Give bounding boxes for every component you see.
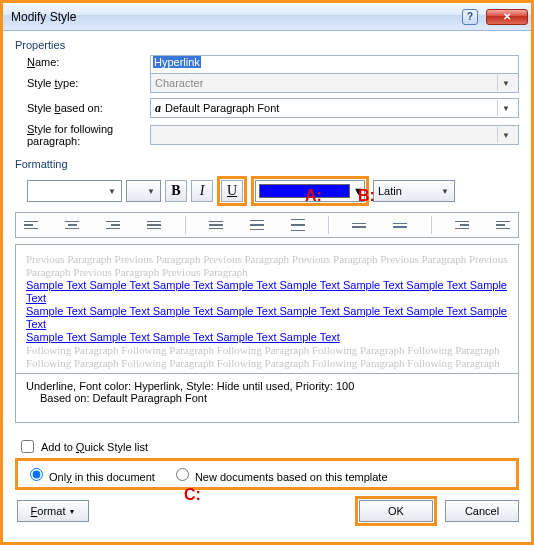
annotation-b: B: <box>358 187 375 205</box>
align-center-button[interactable] <box>61 215 83 235</box>
chevron-down-icon[interactable]: ▼ <box>438 187 452 196</box>
help-icon[interactable]: ? <box>462 9 478 25</box>
highlight-scope: Only in this document New documents base… <box>15 458 519 490</box>
only-this-doc-radio[interactable] <box>30 468 43 481</box>
based-on-label: Style based on: <box>15 102 150 114</box>
style-description: Underline, Font color: Hyperlink, Style:… <box>15 374 519 423</box>
style-type-combo: Character ▼ <box>150 73 519 93</box>
line-spacing-1-button[interactable] <box>205 215 227 235</box>
style-type-label: Style type: <box>15 77 150 89</box>
name-field[interactable] <box>150 55 519 75</box>
align-left-button[interactable] <box>20 215 42 235</box>
modify-style-dialog: Modify Style ? ✕ A: B: C: Properties Nam… <box>0 0 534 545</box>
align-justify-button[interactable] <box>143 215 165 235</box>
italic-button[interactable]: I <box>191 180 213 202</box>
close-icon[interactable]: ✕ <box>486 9 528 25</box>
add-quick-style-label: Add to Quick Style list <box>41 441 148 453</box>
line-spacing-2-button[interactable] <box>287 215 309 235</box>
formatting-header: Formatting <box>15 158 519 170</box>
bold-button[interactable]: B <box>165 180 187 202</box>
based-on-combo[interactable]: aDefault Paragraph Font ▼ <box>150 98 519 118</box>
annotation-c: C: <box>184 486 201 504</box>
script-combo[interactable]: Latin ▼ <box>373 180 455 202</box>
ok-button[interactable]: OK <box>359 500 433 522</box>
font-toolbar: ▼ ▼ B I U ▼ Latin ▼ <box>27 176 519 206</box>
line-spacing-15-button[interactable] <box>246 215 268 235</box>
space-before-inc-button[interactable] <box>348 215 370 235</box>
highlight-underline: U <box>217 176 247 206</box>
chevron-down-icon[interactable]: ▼ <box>105 187 119 196</box>
following-label: Style for following paragraph: <box>15 123 150 147</box>
underline-button[interactable]: U <box>221 180 243 202</box>
only-this-doc-label: Only in this document <box>49 471 155 483</box>
indent-inc-button[interactable] <box>492 215 514 235</box>
paragraph-toolbar <box>15 212 519 238</box>
name-label: Name: <box>15 56 150 68</box>
font-size-combo[interactable]: ▼ <box>126 180 161 202</box>
new-docs-label: New documents based on this template <box>195 471 388 483</box>
format-button[interactable]: Format ▼ <box>17 500 89 522</box>
chevron-down-icon[interactable]: ▼ <box>144 187 158 196</box>
titlebar[interactable]: Modify Style ? ✕ <box>3 3 531 31</box>
align-right-button[interactable] <box>102 215 124 235</box>
indent-dec-button[interactable] <box>451 215 473 235</box>
annotation-a: A: <box>305 187 322 205</box>
space-before-dec-button[interactable] <box>389 215 411 235</box>
properties-header: Properties <box>15 39 519 51</box>
window-title: Modify Style <box>11 10 462 24</box>
highlight-ok: OK <box>355 496 437 526</box>
chevron-down-icon: ▼ <box>497 127 514 143</box>
following-combo: ▼ <box>150 125 519 145</box>
new-docs-radio[interactable] <box>176 468 189 481</box>
chevron-down-icon: ▼ <box>497 75 514 91</box>
add-quick-style-checkbox[interactable] <box>21 440 34 453</box>
font-name-combo[interactable]: ▼ <box>27 180 122 202</box>
preview-area: Previous Paragraph Previous Paragraph Pr… <box>15 244 519 374</box>
chevron-down-icon[interactable]: ▼ <box>497 100 514 116</box>
cancel-button[interactable]: Cancel <box>445 500 519 522</box>
